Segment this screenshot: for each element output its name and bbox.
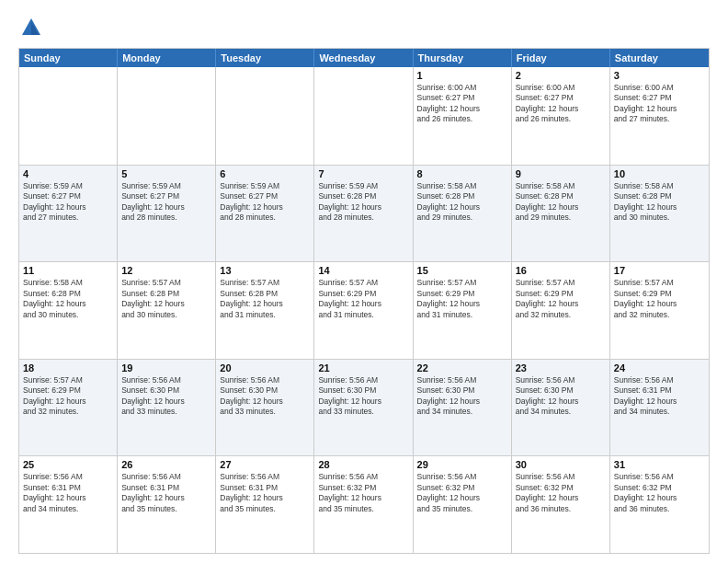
cell-info: Sunrise: 5:58 AM Sunset: 6:28 PM Dayligh… — [614, 181, 705, 224]
header-day-friday: Friday — [512, 49, 610, 67]
calendar-cell: 13Sunrise: 5:57 AM Sunset: 6:28 PM Dayli… — [216, 262, 314, 359]
calendar-body: 1Sunrise: 6:00 AM Sunset: 6:27 PM Daylig… — [19, 67, 709, 553]
cell-info: Sunrise: 5:58 AM Sunset: 6:28 PM Dayligh… — [516, 181, 606, 224]
cell-day-number: 25 — [23, 459, 113, 470]
cell-day-number: 7 — [318, 168, 408, 179]
cell-info: Sunrise: 5:59 AM Sunset: 6:27 PM Dayligh… — [220, 181, 310, 224]
calendar-cell: 26Sunrise: 5:56 AM Sunset: 6:31 PM Dayli… — [118, 456, 216, 553]
calendar-cell: 6Sunrise: 5:59 AM Sunset: 6:27 PM Daylig… — [216, 166, 314, 262]
cell-day-number: 3 — [614, 70, 705, 81]
logo-icon — [18, 15, 44, 40]
calendar-cell: 28Sunrise: 5:56 AM Sunset: 6:32 PM Dayli… — [314, 456, 413, 553]
calendar-cell — [19, 67, 118, 165]
cell-info: Sunrise: 5:56 AM Sunset: 6:32 PM Dayligh… — [318, 472, 408, 514]
cell-info: Sunrise: 5:56 AM Sunset: 6:30 PM Dayligh… — [121, 375, 211, 418]
cell-info: Sunrise: 5:57 AM Sunset: 6:29 PM Dayligh… — [516, 278, 606, 320]
calendar-cell: 30Sunrise: 5:56 AM Sunset: 6:32 PM Dayli… — [512, 456, 610, 553]
calendar-cell: 7Sunrise: 5:59 AM Sunset: 6:28 PM Daylig… — [314, 166, 413, 262]
cell-info: Sunrise: 5:57 AM Sunset: 6:29 PM Dayligh… — [417, 278, 507, 320]
cell-day-number: 20 — [220, 362, 310, 373]
calendar-cell: 17Sunrise: 5:57 AM Sunset: 6:29 PM Dayli… — [610, 262, 709, 359]
calendar-cell: 25Sunrise: 5:56 AM Sunset: 6:31 PM Dayli… — [19, 456, 118, 553]
cell-info: Sunrise: 5:58 AM Sunset: 6:28 PM Dayligh… — [23, 278, 113, 320]
cell-info: Sunrise: 5:56 AM Sunset: 6:30 PM Dayligh… — [318, 375, 408, 418]
calendar-cell: 2Sunrise: 6:00 AM Sunset: 6:27 PM Daylig… — [512, 67, 610, 165]
header-day-thursday: Thursday — [414, 49, 512, 67]
calendar-cell: 16Sunrise: 5:57 AM Sunset: 6:29 PM Dayli… — [512, 262, 610, 359]
header-day-monday: Monday — [118, 49, 216, 67]
calendar-cell: 15Sunrise: 5:57 AM Sunset: 6:29 PM Dayli… — [414, 262, 512, 359]
cell-info: Sunrise: 5:57 AM Sunset: 6:29 PM Dayligh… — [614, 278, 705, 320]
calendar-cell: 22Sunrise: 5:56 AM Sunset: 6:30 PM Dayli… — [414, 360, 512, 456]
cell-info: Sunrise: 5:56 AM Sunset: 6:30 PM Dayligh… — [417, 375, 507, 418]
cell-day-number: 28 — [318, 459, 408, 470]
calendar-header: SundayMondayTuesdayWednesdayThursdayFrid… — [19, 49, 709, 67]
cell-day-number: 21 — [318, 362, 408, 373]
header-day-tuesday: Tuesday — [216, 49, 314, 67]
cell-day-number: 31 — [614, 459, 705, 470]
calendar-cell: 24Sunrise: 5:56 AM Sunset: 6:31 PM Dayli… — [610, 360, 709, 456]
cell-day-number: 12 — [121, 265, 211, 276]
cell-info: Sunrise: 6:00 AM Sunset: 6:27 PM Dayligh… — [417, 83, 507, 125]
cell-info: Sunrise: 5:56 AM Sunset: 6:32 PM Dayligh… — [516, 472, 606, 514]
calendar-cell — [216, 67, 314, 165]
cell-info: Sunrise: 5:56 AM Sunset: 6:30 PM Dayligh… — [516, 375, 606, 418]
cell-day-number: 22 — [417, 362, 507, 373]
cell-day-number: 24 — [614, 362, 705, 373]
calendar: SundayMondayTuesdayWednesdayThursdayFrid… — [18, 48, 710, 554]
cell-info: Sunrise: 5:59 AM Sunset: 6:27 PM Dayligh… — [23, 181, 113, 224]
header-day-saturday: Saturday — [610, 49, 709, 67]
cell-day-number: 15 — [417, 265, 507, 276]
cell-day-number: 11 — [23, 265, 113, 276]
calendar-row-1: 1Sunrise: 6:00 AM Sunset: 6:27 PM Daylig… — [19, 67, 709, 165]
cell-day-number: 2 — [516, 70, 606, 81]
calendar-cell: 27Sunrise: 5:56 AM Sunset: 6:31 PM Dayli… — [216, 456, 314, 553]
cell-info: Sunrise: 5:56 AM Sunset: 6:31 PM Dayligh… — [220, 472, 310, 514]
calendar-cell: 31Sunrise: 5:56 AM Sunset: 6:32 PM Dayli… — [610, 456, 709, 553]
cell-info: Sunrise: 5:56 AM Sunset: 6:32 PM Dayligh… — [614, 472, 705, 514]
cell-day-number: 13 — [220, 265, 310, 276]
cell-info: Sunrise: 5:56 AM Sunset: 6:31 PM Dayligh… — [614, 375, 705, 418]
calendar-cell: 10Sunrise: 5:58 AM Sunset: 6:28 PM Dayli… — [610, 166, 709, 262]
calendar-cell: 8Sunrise: 5:58 AM Sunset: 6:28 PM Daylig… — [414, 166, 512, 262]
cell-day-number: 10 — [614, 168, 705, 179]
calendar-cell: 3Sunrise: 6:00 AM Sunset: 6:27 PM Daylig… — [610, 67, 709, 165]
cell-info: Sunrise: 6:00 AM Sunset: 6:27 PM Dayligh… — [516, 83, 606, 125]
calendar-cell: 21Sunrise: 5:56 AM Sunset: 6:30 PM Dayli… — [314, 360, 413, 456]
cell-day-number: 27 — [220, 459, 310, 470]
cell-info: Sunrise: 5:56 AM Sunset: 6:30 PM Dayligh… — [220, 375, 310, 418]
cell-info: Sunrise: 5:56 AM Sunset: 6:31 PM Dayligh… — [23, 472, 113, 514]
calendar-cell: 14Sunrise: 5:57 AM Sunset: 6:29 PM Dayli… — [314, 262, 413, 359]
cell-info: Sunrise: 5:57 AM Sunset: 6:29 PM Dayligh… — [318, 278, 408, 320]
calendar-cell: 20Sunrise: 5:56 AM Sunset: 6:30 PM Dayli… — [216, 360, 314, 456]
cell-day-number: 8 — [417, 168, 507, 179]
calendar-row-3: 11Sunrise: 5:58 AM Sunset: 6:28 PM Dayli… — [19, 261, 709, 359]
cell-info: Sunrise: 6:00 AM Sunset: 6:27 PM Dayligh… — [614, 83, 705, 125]
cell-day-number: 14 — [318, 265, 408, 276]
cell-day-number: 17 — [614, 265, 705, 276]
calendar-cell — [118, 67, 216, 165]
calendar-cell: 18Sunrise: 5:57 AM Sunset: 6:29 PM Dayli… — [19, 360, 118, 456]
cell-day-number: 9 — [516, 168, 606, 179]
calendar-cell: 23Sunrise: 5:56 AM Sunset: 6:30 PM Dayli… — [512, 360, 610, 456]
cell-day-number: 5 — [121, 168, 211, 179]
calendar-row-2: 4Sunrise: 5:59 AM Sunset: 6:27 PM Daylig… — [19, 165, 709, 262]
calendar-row-5: 25Sunrise: 5:56 AM Sunset: 6:31 PM Dayli… — [19, 455, 709, 553]
header-day-sunday: Sunday — [19, 49, 118, 67]
cell-info: Sunrise: 5:57 AM Sunset: 6:28 PM Dayligh… — [220, 278, 310, 320]
cell-day-number: 4 — [23, 168, 113, 179]
header-day-wednesday: Wednesday — [314, 49, 413, 67]
cell-info: Sunrise: 5:56 AM Sunset: 6:32 PM Dayligh… — [417, 472, 507, 514]
cell-info: Sunrise: 5:59 AM Sunset: 6:27 PM Dayligh… — [121, 181, 211, 224]
calendar-cell: 5Sunrise: 5:59 AM Sunset: 6:27 PM Daylig… — [118, 166, 216, 262]
cell-day-number: 18 — [23, 362, 113, 373]
cell-info: Sunrise: 5:58 AM Sunset: 6:28 PM Dayligh… — [417, 181, 507, 224]
cell-day-number: 6 — [220, 168, 310, 179]
header — [18, 15, 710, 40]
cell-day-number: 1 — [417, 70, 507, 81]
cell-day-number: 19 — [121, 362, 211, 373]
calendar-cell: 11Sunrise: 5:58 AM Sunset: 6:28 PM Dayli… — [19, 262, 118, 359]
calendar-cell: 12Sunrise: 5:57 AM Sunset: 6:28 PM Dayli… — [118, 262, 216, 359]
calendar-cell: 29Sunrise: 5:56 AM Sunset: 6:32 PM Dayli… — [414, 456, 512, 553]
cell-day-number: 30 — [516, 459, 606, 470]
